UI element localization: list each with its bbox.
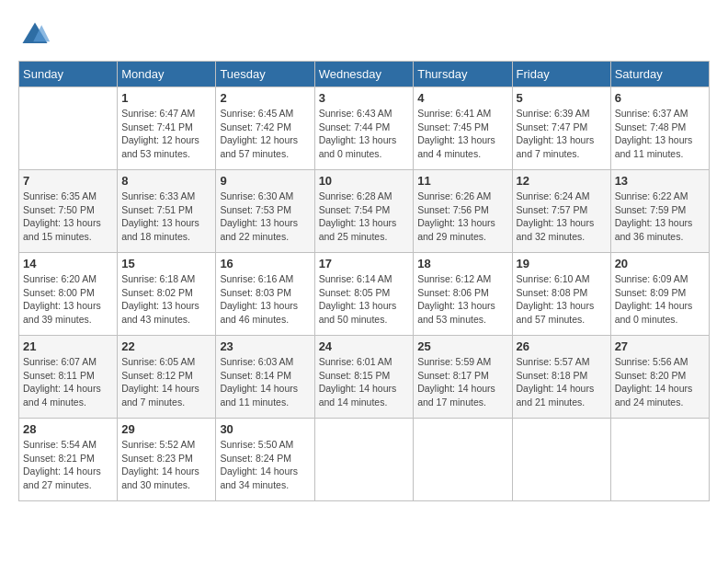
day-info: Sunrise: 6:24 AMSunset: 7:57 PMDaylight:… [517, 190, 607, 244]
day-info: Sunrise: 5:57 AMSunset: 8:18 PMDaylight:… [517, 355, 607, 409]
calendar-day: 4Sunrise: 6:41 AMSunset: 7:45 PMDaylight… [414, 87, 512, 170]
calendar-day: 8Sunrise: 6:33 AMSunset: 7:51 PMDaylight… [118, 170, 216, 253]
day-number: 21 [23, 339, 113, 353]
day-number: 7 [23, 174, 113, 188]
calendar-day [314, 419, 414, 501]
day-header-thursday: Thursday [414, 62, 512, 87]
calendar-week-5: 28Sunrise: 5:54 AMSunset: 8:21 PMDayligh… [19, 419, 710, 501]
day-header-sunday: Sunday [19, 62, 118, 87]
day-number: 16 [220, 257, 310, 270]
calendar-week-2: 7Sunrise: 6:35 AMSunset: 7:50 PMDaylight… [19, 170, 710, 253]
day-number: 30 [220, 422, 310, 436]
day-info: Sunrise: 5:52 AMSunset: 8:23 PMDaylight:… [121, 438, 211, 492]
day-number: 22 [121, 339, 211, 353]
calendar-week-1: 1Sunrise: 6:47 AMSunset: 7:41 PMDaylight… [19, 87, 710, 170]
day-header-friday: Friday [512, 62, 610, 87]
calendar-table: SundayMondayTuesdayWednesdayThursdayFrid… [18, 61, 710, 501]
calendar-day: 15Sunrise: 6:18 AMSunset: 8:02 PMDayligh… [118, 253, 216, 336]
calendar-day [512, 419, 610, 501]
calendar-day: 13Sunrise: 6:22 AMSunset: 7:59 PMDayligh… [610, 170, 709, 253]
day-number: 2 [220, 91, 310, 105]
calendar-day: 23Sunrise: 6:03 AMSunset: 8:14 PMDayligh… [216, 336, 314, 419]
day-info: Sunrise: 6:35 AMSunset: 7:50 PMDaylight:… [23, 190, 113, 244]
day-number: 26 [517, 339, 607, 353]
calendar-week-3: 14Sunrise: 6:20 AMSunset: 8:00 PMDayligh… [19, 253, 710, 336]
calendar-week-4: 21Sunrise: 6:07 AMSunset: 8:11 PMDayligh… [19, 336, 710, 419]
logo-icon [18, 18, 51, 52]
calendar-day: 9Sunrise: 6:30 AMSunset: 7:53 PMDaylight… [216, 170, 314, 253]
day-info: Sunrise: 6:14 AMSunset: 8:05 PMDaylight:… [319, 272, 410, 327]
calendar-day: 3Sunrise: 6:43 AMSunset: 7:44 PMDaylight… [314, 87, 414, 170]
calendar-day: 25Sunrise: 5:59 AMSunset: 8:17 PMDayligh… [414, 336, 512, 419]
day-info: Sunrise: 6:26 AMSunset: 7:56 PMDaylight:… [417, 190, 507, 244]
day-number: 25 [417, 339, 507, 353]
calendar-day: 29Sunrise: 5:52 AMSunset: 8:23 PMDayligh… [118, 419, 216, 501]
page-header [18, 18, 710, 52]
day-number: 6 [615, 91, 705, 105]
calendar-day: 21Sunrise: 6:07 AMSunset: 8:11 PMDayligh… [19, 336, 118, 419]
day-header-saturday: Saturday [610, 62, 709, 87]
day-number: 14 [23, 257, 113, 270]
day-info: Sunrise: 6:09 AMSunset: 8:09 PMDaylight:… [615, 272, 705, 327]
day-number: 5 [517, 91, 607, 105]
calendar-day [610, 419, 709, 501]
day-info: Sunrise: 6:30 AMSunset: 7:53 PMDaylight:… [220, 190, 310, 244]
calendar-day: 14Sunrise: 6:20 AMSunset: 8:00 PMDayligh… [19, 253, 118, 336]
day-number: 8 [121, 174, 211, 188]
day-number: 20 [615, 257, 705, 270]
day-info: Sunrise: 6:33 AMSunset: 7:51 PMDaylight:… [121, 190, 211, 244]
day-info: Sunrise: 6:16 AMSunset: 8:03 PMDaylight:… [220, 272, 310, 327]
day-info: Sunrise: 6:05 AMSunset: 8:12 PMDaylight:… [121, 355, 211, 409]
day-header-wednesday: Wednesday [314, 62, 414, 87]
calendar-day: 16Sunrise: 6:16 AMSunset: 8:03 PMDayligh… [216, 253, 314, 336]
day-number: 18 [417, 257, 507, 270]
day-info: Sunrise: 6:01 AMSunset: 8:15 PMDaylight:… [319, 355, 410, 409]
calendar-day: 5Sunrise: 6:39 AMSunset: 7:47 PMDaylight… [512, 87, 610, 170]
calendar-day: 7Sunrise: 6:35 AMSunset: 7:50 PMDaylight… [19, 170, 118, 253]
day-number: 3 [319, 91, 410, 105]
day-info: Sunrise: 6:10 AMSunset: 8:08 PMDaylight:… [517, 272, 607, 327]
day-info: Sunrise: 6:37 AMSunset: 7:48 PMDaylight:… [615, 107, 705, 161]
day-number: 28 [23, 422, 113, 436]
calendar-day [414, 419, 512, 501]
calendar-day: 24Sunrise: 6:01 AMSunset: 8:15 PMDayligh… [314, 336, 414, 419]
day-number: 29 [121, 422, 211, 436]
day-number: 13 [615, 174, 705, 188]
day-info: Sunrise: 6:45 AMSunset: 7:42 PMDaylight:… [220, 107, 310, 161]
calendar-day: 1Sunrise: 6:47 AMSunset: 7:41 PMDaylight… [118, 87, 216, 170]
day-info: Sunrise: 5:54 AMSunset: 8:21 PMDaylight:… [23, 438, 113, 492]
day-number: 11 [417, 174, 507, 188]
day-number: 23 [220, 339, 310, 353]
day-number: 27 [615, 339, 705, 353]
day-header-tuesday: Tuesday [216, 62, 314, 87]
calendar-day: 19Sunrise: 6:10 AMSunset: 8:08 PMDayligh… [512, 253, 610, 336]
day-info: Sunrise: 6:03 AMSunset: 8:14 PMDaylight:… [220, 355, 310, 409]
day-info: Sunrise: 6:18 AMSunset: 8:02 PMDaylight:… [121, 272, 211, 327]
day-info: Sunrise: 6:43 AMSunset: 7:44 PMDaylight:… [319, 107, 410, 161]
day-info: Sunrise: 6:39 AMSunset: 7:47 PMDaylight:… [517, 107, 607, 161]
day-info: Sunrise: 6:22 AMSunset: 7:59 PMDaylight:… [615, 190, 705, 244]
calendar-day: 12Sunrise: 6:24 AMSunset: 7:57 PMDayligh… [512, 170, 610, 253]
day-info: Sunrise: 6:41 AMSunset: 7:45 PMDaylight:… [417, 107, 507, 161]
calendar-day: 2Sunrise: 6:45 AMSunset: 7:42 PMDaylight… [216, 87, 314, 170]
calendar-day: 27Sunrise: 5:56 AMSunset: 8:20 PMDayligh… [610, 336, 709, 419]
day-info: Sunrise: 6:28 AMSunset: 7:54 PMDaylight:… [319, 190, 410, 244]
calendar-day: 20Sunrise: 6:09 AMSunset: 8:09 PMDayligh… [610, 253, 709, 336]
day-number: 24 [319, 339, 410, 353]
day-number: 15 [121, 257, 211, 270]
day-info: Sunrise: 5:50 AMSunset: 8:24 PMDaylight:… [220, 438, 310, 492]
day-info: Sunrise: 5:59 AMSunset: 8:17 PMDaylight:… [417, 355, 507, 409]
calendar-header-row: SundayMondayTuesdayWednesdayThursdayFrid… [19, 62, 710, 87]
logo [18, 18, 55, 52]
calendar-day [19, 87, 118, 170]
day-number: 12 [517, 174, 607, 188]
day-info: Sunrise: 6:20 AMSunset: 8:00 PMDaylight:… [23, 272, 113, 327]
day-number: 10 [319, 174, 410, 188]
day-info: Sunrise: 6:12 AMSunset: 8:06 PMDaylight:… [417, 272, 507, 327]
day-header-monday: Monday [118, 62, 216, 87]
calendar-day: 11Sunrise: 6:26 AMSunset: 7:56 PMDayligh… [414, 170, 512, 253]
calendar-day: 30Sunrise: 5:50 AMSunset: 8:24 PMDayligh… [216, 419, 314, 501]
calendar-day: 26Sunrise: 5:57 AMSunset: 8:18 PMDayligh… [512, 336, 610, 419]
day-info: Sunrise: 6:47 AMSunset: 7:41 PMDaylight:… [121, 107, 211, 161]
day-number: 19 [517, 257, 607, 270]
